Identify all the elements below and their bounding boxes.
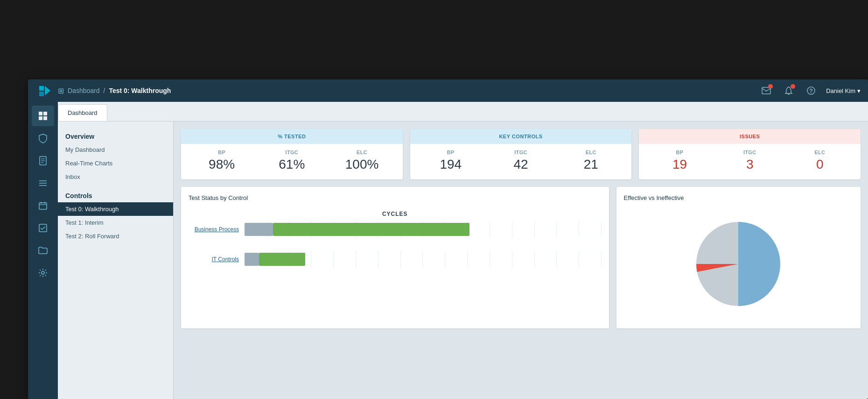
- right-panel: Dashboard Overview My Dashboard Real-Tim…: [58, 102, 868, 399]
- svg-text:?: ?: [809, 88, 812, 94]
- sidebar-icon-doc[interactable]: [32, 150, 54, 171]
- sidebar-icon-folder[interactable]: [32, 240, 54, 261]
- sidebar-icon-dashboard[interactable]: [32, 106, 54, 126]
- bar-row-itc: IT Controls: [189, 251, 602, 268]
- breadcrumb-current: Test 0: Walkthrough: [109, 87, 171, 94]
- stat-issues-elc-label: ELC: [814, 150, 825, 155]
- nav-realtime-charts[interactable]: Real-Time Charts: [58, 157, 173, 170]
- stats-row: % TESTED BP 98% ITGC 61%: [181, 129, 861, 179]
- breadcrumb-base[interactable]: Dashboard: [68, 87, 100, 94]
- stat-card-key-controls: KEY CONTROLS BP 194 ITGC 42: [410, 129, 632, 179]
- stat-kc-itgc-label: ITGC: [514, 150, 527, 155]
- mail-badge: [768, 84, 773, 89]
- nav-test1[interactable]: Test 1: Interim: [58, 216, 173, 229]
- bar-chart-card: Test Status by Control CYCLES Business P…: [181, 187, 609, 328]
- mail-button[interactable]: [759, 83, 774, 98]
- stat-issues-body: BP 19 ITGC 3 ELC 0: [639, 144, 861, 179]
- bar-chart-subtitle: CYCLES: [189, 211, 602, 217]
- stat-issues-itgc: ITGC 3: [717, 150, 783, 172]
- tab-bar: Dashboard: [58, 102, 868, 121]
- stat-itgc-label: ITGC: [286, 150, 298, 155]
- bar-row-bp: Business Process: [189, 221, 602, 238]
- header-actions: ? Daniel Kim ▾: [759, 83, 861, 98]
- stat-kc-bp-value: 194: [440, 157, 462, 172]
- stat-tested-body: BP 98% ITGC 61% ELC 100%: [181, 144, 403, 179]
- stat-bp-tested: BP 98%: [189, 150, 255, 172]
- pie-chart-card: Effective vs Ineffective: [616, 187, 861, 328]
- bar-chart: CYCLES Business Process: [189, 207, 602, 285]
- bar-label-itc[interactable]: IT Controls: [189, 256, 245, 263]
- stat-kc-elc-value: 21: [584, 157, 598, 172]
- stat-kc-bp-label: BP: [447, 150, 455, 155]
- stat-kc-itgc-value: 42: [513, 157, 528, 172]
- bell-badge: [791, 84, 795, 89]
- app-logo[interactable]: [35, 82, 52, 99]
- stat-elc-label: ELC: [357, 150, 367, 155]
- svg-rect-6: [43, 116, 47, 120]
- bell-button[interactable]: [781, 83, 796, 98]
- stat-card-issues: ISSUES BP 19 ITGC 3: [639, 129, 861, 179]
- user-name: Daniel Kim: [826, 87, 855, 94]
- svg-rect-4: [43, 112, 47, 115]
- content-area: Dashboard Overview My Dashboard Real-Tim…: [28, 102, 868, 399]
- stat-bp-value: 98%: [209, 157, 235, 172]
- pie-chart-title: Effective vs Ineffective: [624, 194, 853, 201]
- stat-issues-bp-value: 19: [672, 157, 687, 172]
- nav-test0[interactable]: Test 0: Walkthrough: [58, 202, 173, 216]
- stat-keycontrols-header: KEY CONTROLS: [410, 129, 632, 144]
- stat-issues-header: ISSUES: [639, 129, 861, 144]
- stat-kc-elc-label: ELC: [586, 150, 596, 155]
- sidebar-icon-gear[interactable]: [32, 263, 54, 283]
- stat-kc-bp: BP 194: [418, 150, 484, 172]
- sidebar-icon-calendar[interactable]: [32, 195, 54, 216]
- user-dropdown-icon: ▾: [857, 87, 861, 94]
- stat-elc-value: 100%: [345, 157, 379, 172]
- nav-test2[interactable]: Test 2: Roll Forward: [58, 229, 173, 243]
- svg-rect-3: [39, 112, 42, 115]
- stat-itgc-tested: ITGC 61%: [259, 150, 325, 172]
- user-menu[interactable]: Daniel Kim ▾: [826, 87, 861, 94]
- pie-chart-svg: [687, 213, 790, 315]
- breadcrumb: ⊞ Dashboard / Test 0: Walkthrough: [58, 86, 759, 95]
- stat-issues-itgc-label: ITGC: [743, 150, 756, 155]
- svg-rect-18: [39, 224, 47, 232]
- stat-tested-header: % TESTED: [181, 129, 403, 144]
- sidebar-icon-check[interactable]: [32, 218, 54, 238]
- help-button[interactable]: ?: [804, 83, 819, 98]
- bar-label-bp[interactable]: Business Process: [189, 226, 245, 233]
- bar-green-bp: [273, 223, 469, 236]
- stat-itgc-value: 61%: [279, 157, 305, 172]
- stat-bp-label: BP: [218, 150, 225, 155]
- nav-controls-title: Controls: [58, 188, 173, 202]
- nav-overview-title: Overview: [58, 129, 173, 143]
- svg-rect-5: [39, 116, 42, 120]
- bar-area-itc: [245, 251, 602, 268]
- stat-issues-itgc-value: 3: [746, 157, 754, 172]
- bar-chart-title: Test Status by Control: [189, 194, 602, 201]
- stat-kc-elc: ELC 21: [558, 150, 624, 172]
- stat-issues-bp-label: BP: [676, 150, 684, 155]
- bar-gray-bp: [245, 223, 273, 236]
- stat-issues-elc-value: 0: [816, 157, 824, 172]
- charts-row: Test Status by Control CYCLES Business P…: [181, 187, 861, 328]
- stat-card-tested: % TESTED BP 98% ITGC 61%: [181, 129, 403, 179]
- stat-kc-itgc: ITGC 42: [488, 150, 554, 172]
- stat-keycontrols-body: BP 194 ITGC 42 ELC 21: [410, 144, 632, 179]
- nav-my-dashboard[interactable]: My Dashboard: [58, 143, 173, 157]
- main-content: % TESTED BP 98% ITGC 61%: [174, 121, 868, 399]
- svg-point-19: [42, 271, 44, 274]
- tab-dashboard[interactable]: Dashboard: [58, 104, 107, 121]
- bar-green-itc: [259, 253, 305, 266]
- left-nav: Overview My Dashboard Real-Time Charts I…: [58, 121, 174, 399]
- stat-elc-tested: ELC 100%: [329, 150, 395, 172]
- icon-sidebar: [28, 102, 58, 399]
- nav-inbox[interactable]: Inbox: [58, 170, 173, 184]
- stat-issues-elc: ELC 0: [787, 150, 853, 172]
- tab-dashboard-label: Dashboard: [68, 109, 98, 116]
- pie-chart-container: [624, 207, 853, 321]
- bar-area-bp: [245, 221, 602, 238]
- top-header: ⊞ Dashboard / Test 0: Walkthrough: [28, 79, 868, 102]
- main-body: Overview My Dashboard Real-Time Charts I…: [58, 121, 868, 399]
- sidebar-icon-list[interactable]: [32, 173, 54, 193]
- sidebar-icon-shield[interactable]: [32, 128, 54, 149]
